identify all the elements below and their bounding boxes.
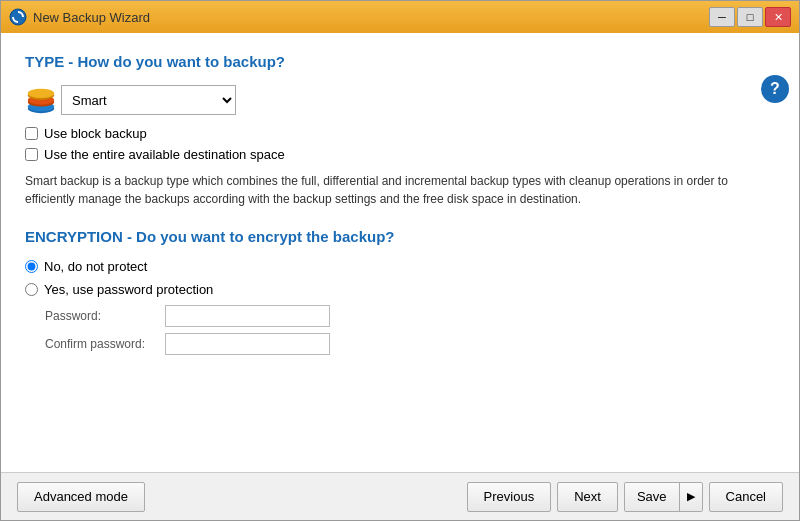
cancel-button[interactable]: Cancel (709, 482, 783, 512)
app-icon (9, 8, 27, 26)
confirm-password-label: Confirm password: (45, 337, 165, 351)
yes-protect-radio[interactable] (25, 283, 38, 296)
smart-backup-description: Smart backup is a backup type which comb… (25, 172, 775, 208)
minimize-button[interactable]: ─ (709, 7, 735, 27)
title-bar: New Backup Wizard ─ □ ✕ (1, 1, 799, 33)
backup-type-icon (25, 84, 57, 116)
next-button[interactable]: Next (557, 482, 618, 512)
confirm-password-row: Confirm password: (45, 333, 775, 355)
use-block-backup-checkbox[interactable] (25, 127, 38, 140)
no-protect-radio[interactable] (25, 260, 38, 273)
save-button-group: Save ▶ (624, 482, 703, 512)
backup-type-row: Smart Full Differential Incremental (25, 84, 775, 116)
window-controls: ─ □ ✕ (709, 7, 791, 27)
close-button[interactable]: ✕ (765, 7, 791, 27)
type-section: TYPE - How do you want to backup? (25, 53, 775, 208)
password-label: Password: (45, 309, 165, 323)
previous-button[interactable]: Previous (467, 482, 552, 512)
no-protect-row: No, do not protect (25, 259, 775, 274)
yes-protect-label[interactable]: Yes, use password protection (44, 282, 213, 297)
use-entire-space-checkbox[interactable] (25, 148, 38, 161)
yes-protect-row: Yes, use password protection (25, 282, 775, 297)
type-section-title: TYPE - How do you want to backup? (25, 53, 775, 70)
svg-point-6 (28, 89, 54, 98)
content-area: ? TYPE - How do you want to backup? (1, 33, 799, 472)
use-entire-space-row: Use the entire available destination spa… (25, 147, 775, 162)
footer: Advanced mode Previous Next Save ▶ Cance… (1, 472, 799, 520)
advanced-mode-button[interactable]: Advanced mode (17, 482, 145, 512)
window-title: New Backup Wizard (33, 10, 150, 25)
use-entire-space-label[interactable]: Use the entire available destination spa… (44, 147, 285, 162)
main-window: New Backup Wizard ─ □ ✕ ? TYPE - How do … (0, 0, 800, 521)
password-fields: Password: Confirm password: (45, 305, 775, 355)
password-row: Password: (45, 305, 775, 327)
footer-left: Advanced mode (17, 482, 145, 512)
save-main-button[interactable]: Save (625, 482, 680, 512)
restore-button[interactable]: □ (737, 7, 763, 27)
use-block-backup-label[interactable]: Use block backup (44, 126, 147, 141)
no-protect-label[interactable]: No, do not protect (44, 259, 147, 274)
confirm-password-input[interactable] (165, 333, 330, 355)
encryption-section-title: ENCRYPTION - Do you want to encrypt the … (25, 228, 775, 245)
password-input[interactable] (165, 305, 330, 327)
stacked-disks-icon (25, 83, 57, 117)
encryption-section: ENCRYPTION - Do you want to encrypt the … (25, 228, 775, 355)
footer-right: Previous Next Save ▶ Cancel (467, 482, 783, 512)
use-block-backup-row: Use block backup (25, 126, 775, 141)
title-bar-left: New Backup Wizard (9, 8, 150, 26)
save-arrow-button[interactable]: ▶ (680, 482, 702, 512)
backup-type-select[interactable]: Smart Full Differential Incremental (61, 85, 236, 115)
